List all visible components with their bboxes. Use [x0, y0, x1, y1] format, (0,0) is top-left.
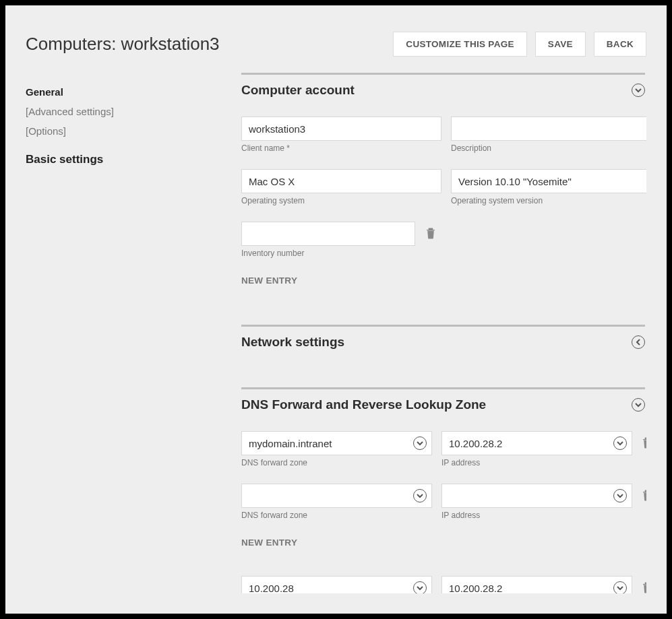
- description-label: Description: [451, 143, 646, 153]
- ip-address-label: IP address: [441, 458, 632, 467]
- field-dns-forward-zone: DNS forward zone: [241, 431, 432, 467]
- chevron-down-icon: [635, 399, 642, 410]
- section-header: Computer account: [241, 83, 645, 98]
- page-header: Computers: workstation3 CUSTOMIZE THIS P…: [5, 5, 667, 66]
- expand-toggle[interactable]: [632, 335, 645, 349]
- header-actions: CUSTOMIZE THIS PAGE SAVE BACK: [393, 32, 646, 57]
- new-entry-button[interactable]: NEW ENTRY: [241, 274, 645, 287]
- sidebar-item-advanced-settings[interactable]: [Advanced settings]: [26, 102, 241, 121]
- delete-row-button[interactable]: [642, 431, 646, 455]
- section-header: DNS Forward and Reverse Lookup Zone: [241, 397, 645, 412]
- os-version-label: Operating system version: [451, 196, 646, 205]
- section-header: Network settings: [241, 335, 645, 350]
- section-computer-account: Computer account Client name * Descripti…: [241, 73, 645, 287]
- dns-forward-zone-input[interactable]: [241, 431, 432, 455]
- os-input[interactable]: [241, 169, 441, 193]
- trash-icon: [642, 436, 646, 451]
- new-entry-button[interactable]: NEW ENTRY: [241, 536, 645, 549]
- field-ip-address: IP address: [441, 431, 632, 467]
- dns-forward-row: DNS forward zone IP address: [241, 431, 645, 467]
- collapse-toggle[interactable]: [632, 84, 645, 97]
- field-dns-forward-zone: DNS forward zone: [241, 484, 432, 520]
- page-body: General [Advanced settings] [Options] Ba…: [5, 66, 667, 614]
- ip-address-label: IP address: [441, 511, 632, 520]
- chevron-down-icon: [617, 490, 623, 501]
- field-os-version: Operating system version: [451, 169, 646, 205]
- dropdown-toggle[interactable]: [613, 436, 627, 450]
- field-ip-address: IP address: [441, 576, 632, 593]
- page-title: Computers: workstation3: [26, 34, 220, 55]
- inventory-input[interactable]: [241, 222, 415, 246]
- dns-forward-zone-label: DNS forward zone: [241, 458, 432, 467]
- chevron-down-icon: [635, 85, 642, 96]
- dropdown-toggle[interactable]: [413, 489, 427, 502]
- dropdown-toggle[interactable]: [613, 581, 627, 593]
- chevron-left-icon: [635, 337, 642, 348]
- client-name-label: Client name *: [241, 143, 441, 153]
- chevron-down-icon: [617, 438, 623, 449]
- page-frame: Computers: workstation3 CUSTOMIZE THIS P…: [5, 5, 667, 614]
- dns-forward-zone-input[interactable]: [241, 484, 432, 508]
- ip-address-input[interactable]: [441, 431, 632, 455]
- dns-forward-zone-label: DNS forward zone: [241, 511, 432, 520]
- dns-reverse-zone-input[interactable]: [241, 576, 432, 593]
- row-inventory: Inventory number: [241, 222, 645, 258]
- field-ip-address: IP address: [441, 484, 632, 520]
- chevron-down-icon: [417, 583, 423, 593]
- sidebar: General [Advanced settings] [Options] Ba…: [26, 66, 241, 593]
- collapse-toggle[interactable]: [632, 398, 645, 412]
- field-inventory: Inventory number: [241, 222, 415, 258]
- chevron-down-icon: [417, 438, 423, 449]
- dropdown-toggle[interactable]: [613, 489, 627, 502]
- inventory-label: Inventory number: [241, 249, 415, 258]
- chevron-down-icon: [417, 490, 423, 501]
- row-os: Operating system Operating system versio…: [241, 169, 645, 205]
- field-dns-reverse-zone: DNS reverse zone: [241, 576, 432, 593]
- trash-icon: [642, 581, 646, 594]
- save-button[interactable]: SAVE: [535, 32, 586, 57]
- dns-reverse-row: DNS reverse zone IP address: [241, 576, 645, 593]
- description-input[interactable]: [451, 117, 646, 141]
- back-button[interactable]: BACK: [594, 32, 646, 57]
- dropdown-toggle[interactable]: [413, 436, 427, 450]
- trash-icon: [425, 227, 436, 241]
- section-network-settings: Network settings: [241, 325, 645, 350]
- client-name-input[interactable]: [241, 117, 441, 141]
- section-title: Computer account: [241, 83, 355, 98]
- ip-address-input[interactable]: [441, 576, 632, 593]
- main-content: Computer account Client name * Descripti…: [241, 66, 646, 593]
- delete-inventory-button[interactable]: [425, 222, 437, 246]
- delete-row-button[interactable]: [642, 576, 646, 593]
- chevron-down-icon: [617, 583, 623, 593]
- ip-address-input[interactable]: [441, 484, 632, 508]
- field-description: Description: [451, 117, 646, 153]
- field-client-name: Client name *: [241, 117, 441, 153]
- row-name-desc: Client name * Description: [241, 117, 645, 153]
- sidebar-item-options[interactable]: [Options]: [26, 121, 241, 141]
- customize-page-button[interactable]: CUSTOMIZE THIS PAGE: [393, 32, 526, 57]
- sidebar-item-general[interactable]: General: [26, 82, 241, 102]
- section-title: DNS Forward and Reverse Lookup Zone: [241, 397, 486, 412]
- dropdown-toggle[interactable]: [413, 581, 427, 593]
- dns-forward-row: DNS forward zone IP address: [241, 484, 645, 520]
- section-title: Network settings: [241, 335, 344, 350]
- field-os: Operating system: [241, 169, 441, 205]
- sidebar-heading-basic-settings: Basic settings: [26, 141, 241, 170]
- trash-icon: [642, 489, 646, 503]
- section-dns-zone: DNS Forward and Reverse Lookup Zone DNS …: [241, 387, 645, 593]
- delete-row-button[interactable]: [642, 484, 646, 508]
- os-label: Operating system: [241, 196, 441, 205]
- os-version-input[interactable]: [451, 169, 646, 193]
